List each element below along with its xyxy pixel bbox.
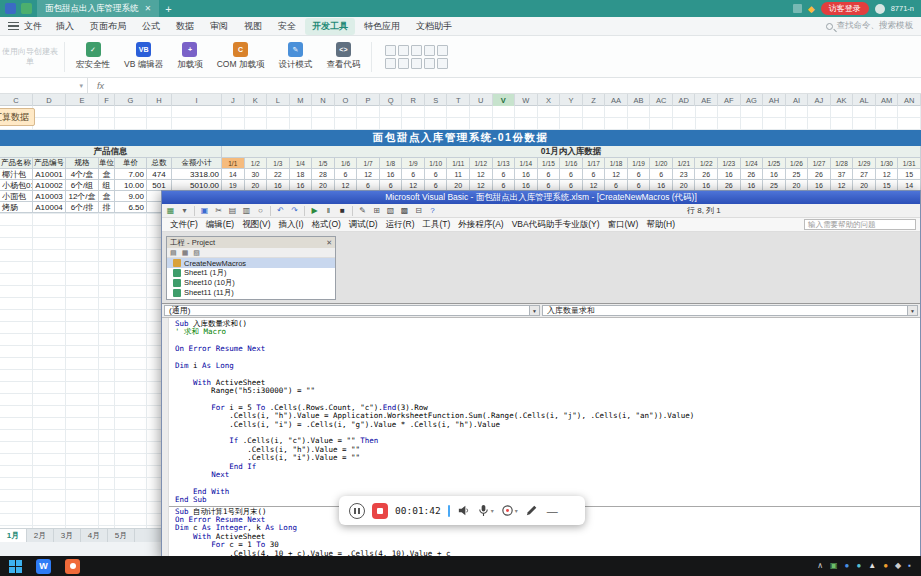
project-item[interactable]: Sheet11 (11月) — [167, 288, 335, 298]
checkbox-control-icon[interactable] — [398, 45, 409, 56]
sheet-tab-1月[interactable]: 1月 — [0, 529, 27, 542]
copy-icon[interactable]: ▤ — [227, 206, 238, 215]
spin-control-icon[interactable] — [424, 58, 435, 69]
project-item[interactable]: Sheet1 (1月) — [167, 268, 335, 278]
speaker-icon[interactable] — [457, 504, 470, 517]
cell[interactable]: 6.50 — [115, 202, 147, 213]
new-tab-button[interactable]: + — [165, 3, 171, 15]
ribbon-button[interactable]: VBVB 编辑器 — [117, 42, 170, 71]
cell[interactable]: 椰汁包 — [0, 169, 33, 180]
cell[interactable]: 30 — [245, 169, 268, 180]
save-icon[interactable]: ▣ — [199, 206, 210, 215]
cell[interactable]: 11 — [447, 169, 470, 180]
cell[interactable]: 6 — [650, 169, 673, 180]
column-header-W[interactable]: W — [515, 94, 538, 106]
cell[interactable]: 12 — [876, 169, 899, 180]
file-menu[interactable]: 文件 — [24, 20, 42, 33]
cell[interactable]: 6 — [538, 169, 561, 180]
tab-开发工具[interactable]: 开发工具 — [305, 18, 355, 35]
column-header-N[interactable]: N — [312, 94, 335, 106]
wps-taskbar-icon[interactable]: W — [36, 559, 51, 574]
tab-文档助手[interactable]: 文档助手 — [409, 18, 459, 35]
scrollbar-control-icon[interactable] — [411, 58, 422, 69]
column-header-AK[interactable]: AK — [831, 94, 854, 106]
vip-icon[interactable]: ◆ — [808, 4, 815, 14]
cell[interactable]: 盒 — [99, 169, 115, 180]
cell[interactable]: 23 — [673, 169, 696, 180]
vba-menu-窗口(W)[interactable]: 窗口(W) — [604, 219, 643, 231]
cell[interactable]: 12 — [605, 169, 628, 180]
run-icon[interactable]: ▶ — [309, 206, 320, 215]
textbox-control-icon[interactable] — [411, 45, 422, 56]
column-header-AB[interactable]: AB — [628, 94, 651, 106]
procedure-dropdown[interactable]: 入库数量求和▼ — [542, 305, 918, 316]
cell[interactable]: 18 — [290, 169, 313, 180]
start-button[interactable] — [9, 560, 22, 573]
tab-公式[interactable]: 公式 — [135, 18, 167, 35]
minimize-icon[interactable]: — — [547, 505, 558, 517]
fx-icon[interactable]: fx — [97, 81, 104, 91]
menu-icon[interactable] — [8, 22, 19, 30]
column-header-V[interactable]: V — [493, 94, 516, 106]
sheet-tab-4月[interactable]: 4月 — [81, 529, 108, 542]
tab-数据[interactable]: 数据 — [169, 18, 201, 35]
avatar[interactable] — [875, 4, 885, 14]
ribbon-button[interactable]: +加载项 — [170, 42, 210, 71]
cell[interactable]: 4个/盒 — [66, 169, 99, 180]
update-icon[interactable]: ● — [883, 562, 888, 570]
app-logo-icon[interactable] — [5, 3, 16, 14]
cell[interactable]: A10004 — [33, 202, 66, 213]
pause-button[interactable] — [349, 503, 365, 519]
cell[interactable]: 12个/盒 — [66, 191, 99, 202]
find-icon[interactable]: ○ — [255, 206, 266, 215]
cloud-icon[interactable]: ● — [845, 562, 850, 570]
column-header-F[interactable]: F — [99, 94, 115, 106]
close-tab-icon[interactable]: ✕ — [145, 4, 152, 13]
vba-menu-外接程序(A)[interactable]: 外接程序(A) — [454, 219, 507, 231]
listbox-control-icon[interactable] — [437, 45, 448, 56]
vba-titlebar[interactable]: Microsoft Visual Basic - 面包甜点出入库管理系统.xls… — [162, 191, 920, 204]
input-method-icon[interactable]: ▲ — [868, 562, 876, 570]
cell[interactable]: 小杨包01 — [0, 180, 33, 191]
cell[interactable]: 12 — [470, 169, 493, 180]
login-button[interactable]: 访客登录 — [821, 2, 869, 15]
cell[interactable]: 组 — [99, 180, 115, 191]
cell[interactable]: A10003 — [33, 191, 66, 202]
column-header-Q[interactable]: Q — [380, 94, 403, 106]
break-icon[interactable]: ‖ — [323, 206, 334, 215]
cell[interactable]: 6 — [628, 169, 651, 180]
tab-审阅[interactable]: 审阅 — [203, 18, 235, 35]
cell[interactable]: A10001 — [33, 169, 66, 180]
paste-icon[interactable]: ▥ — [241, 206, 252, 215]
column-header-K[interactable]: K — [245, 94, 268, 106]
cell[interactable]: 9.00 — [115, 191, 147, 202]
column-header-G[interactable]: G — [115, 94, 147, 106]
cell[interactable]: 3318.00 — [172, 169, 222, 180]
column-header-I[interactable]: I — [172, 94, 222, 106]
cell[interactable]: 22 — [267, 169, 290, 180]
column-header-M[interactable]: M — [290, 94, 313, 106]
column-header-U[interactable]: U — [470, 94, 493, 106]
tab-视图[interactable]: 视图 — [237, 18, 269, 35]
tab-安全[interactable]: 安全 — [271, 18, 303, 35]
sync-icon[interactable] — [793, 4, 802, 13]
column-header-P[interactable]: P — [357, 94, 380, 106]
toggle-folders-icon[interactable]: ▧ — [193, 249, 200, 257]
cell[interactable]: 6 — [335, 169, 358, 180]
tab-页面布局[interactable]: 页面布局 — [83, 18, 133, 35]
column-header-Y[interactable]: Y — [560, 94, 583, 106]
cell[interactable]: 474 — [147, 169, 172, 180]
cell[interactable]: A10002 — [33, 180, 66, 191]
properties-icon[interactable]: ▧ — [385, 206, 396, 215]
sheet-tab-2月[interactable]: 2月 — [27, 529, 54, 542]
column-header-AA[interactable]: AA — [605, 94, 628, 106]
column-header-AC[interactable]: AC — [650, 94, 673, 106]
chevron-down-icon[interactable]: ▾ — [491, 507, 494, 514]
microphone-icon[interactable]: ▾ — [477, 504, 494, 517]
bluetooth-icon[interactable]: ● — [856, 562, 861, 570]
cell[interactable]: 28 — [312, 169, 335, 180]
cell[interactable]: 14 — [222, 169, 245, 180]
name-box[interactable]: ▾ — [0, 78, 88, 94]
cell[interactable]: 12 — [357, 169, 380, 180]
cell[interactable]: 排 — [99, 202, 115, 213]
